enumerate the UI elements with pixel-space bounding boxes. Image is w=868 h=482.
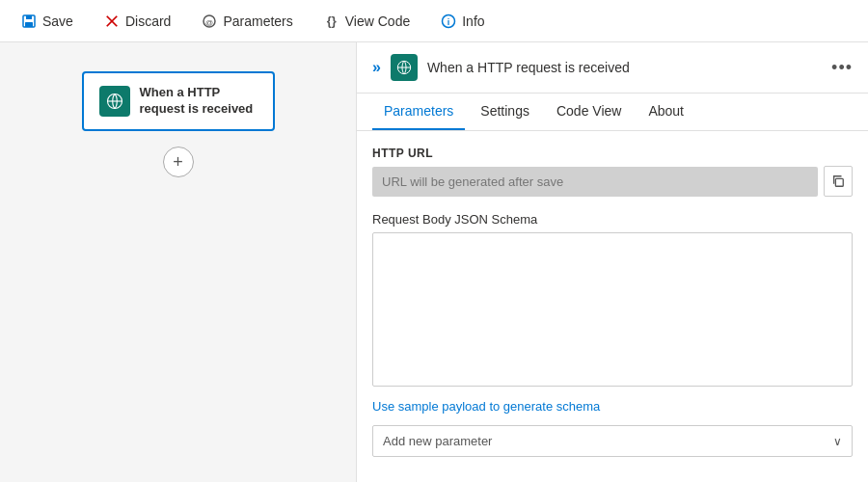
add-icon: + <box>173 153 183 171</box>
add-step-button[interactable]: + <box>163 147 194 177</box>
info-icon: i <box>441 13 456 29</box>
add-parameter-row[interactable]: Add new parameter ∨ <box>372 425 853 457</box>
discard-icon <box>104 13 120 29</box>
tab-parameters[interactable]: Parameters <box>372 94 465 130</box>
http-url-label: HTTP URL <box>372 147 853 160</box>
detail-header: » When a HTTP request is received ••• <box>357 42 868 94</box>
tabs-container: Parameters Settings Code View About <box>357 94 868 131</box>
svg-rect-1 <box>26 15 32 19</box>
discard-button[interactable]: Discard <box>98 10 176 33</box>
info-button[interactable]: i Info <box>435 10 490 33</box>
http-request-icon <box>106 93 123 110</box>
parameters-label: Parameters <box>223 13 292 29</box>
detail-panel: » When a HTTP request is received ••• Pa… <box>357 42 868 482</box>
trigger-card[interactable]: When a HTTP request is received <box>82 71 275 131</box>
more-options-button[interactable]: ••• <box>831 59 853 76</box>
trigger-card-label: When a HTTP request is received <box>140 85 258 118</box>
tab-content-parameters: HTTP URL Request Body JSON Schema Use sa… <box>357 131 868 482</box>
svg-rect-2 <box>25 22 33 27</box>
save-button[interactable]: Save <box>15 10 79 33</box>
url-input[interactable] <box>372 167 818 197</box>
parameters-button[interactable]: @ Parameters <box>196 10 298 33</box>
detail-title: When a HTTP request is received <box>427 60 822 75</box>
discard-label: Discard <box>125 13 171 29</box>
schema-label: Request Body JSON Schema <box>372 212 853 227</box>
main-layout: When a HTTP request is received + » When… <box>0 42 868 482</box>
copy-url-button[interactable] <box>824 166 853 197</box>
copy-icon <box>831 174 845 188</box>
svg-text:i: i <box>448 17 450 27</box>
svg-rect-13 <box>835 178 843 186</box>
trigger-icon-box <box>99 86 130 117</box>
detail-http-icon <box>396 60 412 75</box>
view-code-icon: {} <box>324 13 339 29</box>
collapse-button[interactable]: » <box>372 59 381 76</box>
info-label: Info <box>462 13 484 29</box>
save-label: Save <box>42 13 73 29</box>
toolbar: Save Discard @ Parameters {} View Code i… <box>0 0 868 42</box>
canvas-panel: When a HTTP request is received + <box>0 42 357 482</box>
tab-settings[interactable]: Settings <box>469 94 541 130</box>
add-param-label: Add new parameter <box>383 434 492 448</box>
view-code-button[interactable]: {} View Code <box>318 10 416 33</box>
tab-code-view[interactable]: Code View <box>545 94 633 130</box>
chevron-down-icon: ∨ <box>833 435 842 448</box>
svg-text:@: @ <box>205 18 213 27</box>
save-icon <box>21 13 37 29</box>
schema-textarea[interactable] <box>372 232 853 387</box>
url-row <box>372 166 853 197</box>
schema-link[interactable]: Use sample payload to generate schema <box>372 399 600 414</box>
detail-trigger-icon-box <box>391 54 418 81</box>
tab-about[interactable]: About <box>637 94 695 130</box>
parameters-icon: @ <box>202 13 217 29</box>
view-code-label: View Code <box>345 13 410 29</box>
